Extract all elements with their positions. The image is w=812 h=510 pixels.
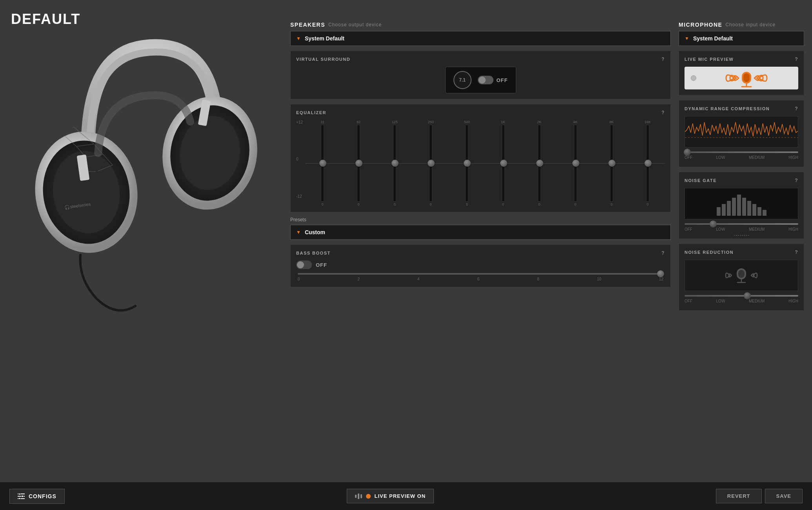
live-mic-title-row: LIVE MIC PREVIEW ? (685, 56, 798, 62)
eq-bar-8k[interactable] (610, 125, 613, 202)
eq-col-62[interactable]: 62 0 (341, 120, 376, 206)
mic-dropdown-arrow: ▼ (685, 36, 689, 41)
eq-bar-500[interactable] (465, 125, 468, 202)
surround-toggle[interactable]: 7.1 OFF (445, 67, 516, 93)
eq-col-1k[interactable]: 1K 0 (486, 120, 521, 206)
drc-waveform-svg (685, 117, 798, 147)
eq-help[interactable]: ? (661, 110, 665, 115)
eq-bar-16k[interactable] (646, 125, 649, 202)
eq-col-31[interactable]: 31 0 (305, 120, 340, 206)
eq-freq-1k: 1K (501, 120, 505, 124)
drc-help[interactable]: ? (795, 106, 798, 111)
save-button[interactable]: SAVE (765, 489, 803, 503)
noise-gate-title: NOISE GATE (685, 178, 717, 183)
live-mic-help[interactable]: ? (795, 56, 798, 62)
drc-slider-track[interactable] (685, 151, 798, 153)
presets-dropdown[interactable]: ▼ Custom (290, 225, 671, 240)
eq-bar-125[interactable] (393, 125, 396, 202)
surround-knob[interactable] (478, 76, 493, 84)
configs-button[interactable]: CONFIGS (9, 489, 65, 504)
noise-gate-panel: NOISE GATE ? • • • • • • • • (679, 172, 804, 239)
speakers-sub: Choose output device (328, 22, 382, 27)
eq-col-4k[interactable]: 4K 0 (558, 120, 593, 206)
bass-state: OFF (316, 262, 327, 268)
ng-bar-10 (763, 210, 766, 216)
svg-point-31 (19, 494, 21, 495)
bottom-center: LIVE PREVIEW ON (65, 489, 716, 503)
noise-reduction-slider-handle[interactable] (744, 292, 751, 299)
eq-val-2k: 0 (538, 202, 540, 206)
eq-bar-250[interactable] (429, 125, 432, 202)
drc-waveform (685, 116, 798, 148)
bass-slider-handle[interactable] (657, 270, 664, 277)
configs-icon (18, 494, 25, 499)
speakers-dropdown[interactable]: ▼ System Default (290, 31, 671, 46)
bottom-bar: CONFIGS LIVE PREVIEW ON REVERT SAVE (0, 482, 812, 510)
eq-col-2k[interactable]: 2K 0 (522, 120, 557, 206)
noise-reduction-slider-track[interactable] (685, 295, 798, 297)
svg-rect-20 (743, 73, 750, 82)
surround-badge: 7.1 (453, 71, 472, 89)
bass-slider-track[interactable] (298, 273, 663, 275)
noise-reduction-viz (685, 260, 798, 291)
eq-freq-62: 62 (357, 120, 360, 124)
eq-handle-2k[interactable] (536, 160, 543, 167)
noise-reduction-svg (722, 264, 761, 287)
eq-handle-31[interactable] (319, 160, 326, 167)
noise-reduction-labels: OFF LOW MEDIUM HIGH (685, 299, 798, 303)
noise-gate-labels: OFF LOW MEDIUM HIGH (685, 227, 798, 231)
eq-title: EQUALIZER (296, 110, 326, 115)
eq-col-250[interactable]: 250 0 (413, 120, 448, 206)
ng-bar-1 (717, 207, 721, 216)
right-panel: SPEAKERS Choose output device ▼ System D… (290, 22, 804, 315)
eq-col-125[interactable]: 125 0 (377, 120, 412, 206)
revert-button[interactable]: REVERT (716, 489, 762, 503)
speakers-header: SPEAKERS Choose output device (290, 22, 671, 28)
eq-handle-250[interactable] (428, 160, 435, 167)
mic-header: MICROPHONE Choose input device (679, 22, 804, 28)
ng-bar-8 (752, 204, 756, 216)
eq-handle-500[interactable] (464, 160, 471, 167)
eq-freq-4k: 4K (573, 120, 577, 124)
noise-reduction-help[interactable]: ? (795, 250, 798, 255)
eq-col-8k[interactable]: 8K 0 (594, 120, 629, 206)
live-preview-indicator[interactable]: LIVE PREVIEW ON (347, 489, 434, 503)
noise-gate-slider-track[interactable] (685, 223, 798, 225)
eq-freq-16k: 16K (645, 120, 651, 124)
eq-handle-125[interactable] (391, 160, 399, 167)
presets-label: Presets (290, 217, 671, 222)
mic-dropdown[interactable]: ▼ System Default (679, 31, 804, 46)
eq-handle-62[interactable] (355, 160, 362, 167)
bass-knob[interactable] (296, 260, 312, 269)
eq-bars-container: 31 0 62 0 125 (305, 120, 665, 206)
eq-bar-1k[interactable] (502, 125, 505, 202)
eq-bar-2k[interactable] (538, 125, 541, 202)
noise-gate-help[interactable]: ? (795, 178, 798, 183)
bass-toggle[interactable]: OFF (296, 260, 665, 269)
eq-handle-8k[interactable] (608, 160, 615, 167)
bass-boost-help[interactable]: ? (661, 250, 665, 256)
eq-title-row: EQUALIZER ? (296, 110, 665, 115)
eq-handle-1k[interactable] (500, 160, 507, 167)
eq-bar-62[interactable] (357, 125, 360, 202)
eq-handle-16k[interactable] (645, 160, 652, 167)
noise-gate-viz: • • • • • • • • (685, 188, 798, 219)
svg-point-33 (19, 497, 21, 499)
live-dot (366, 494, 371, 499)
drc-title-row: DYNAMIC RANGE COMPRESSION ? (685, 106, 798, 111)
eq-col-16k[interactable]: 16K 0 (630, 120, 665, 206)
surround-switch[interactable]: OFF (478, 76, 508, 84)
ng-bar-3 (727, 201, 731, 216)
mic-waveform-area (701, 69, 792, 87)
eq-handle-4k[interactable] (572, 160, 579, 167)
noise-gate-slider-handle[interactable] (710, 220, 717, 228)
eq-bar-31[interactable] (321, 125, 324, 202)
eq-bar-4k[interactable] (574, 125, 577, 202)
virtual-surround-help[interactable]: ? (661, 56, 665, 62)
bass-boost-panel: BASS BOOST ? OFF 0 2 4 6 8 (290, 244, 671, 287)
speakers-dropdown-value: System Default (305, 35, 344, 42)
eq-val-250: 0 (430, 202, 432, 206)
drc-slider-handle[interactable] (684, 149, 691, 156)
virtual-surround-panel: VIRTUAL SURROUND ? 7.1 OFF (290, 51, 671, 99)
eq-col-500[interactable]: 500 0 (450, 120, 484, 206)
